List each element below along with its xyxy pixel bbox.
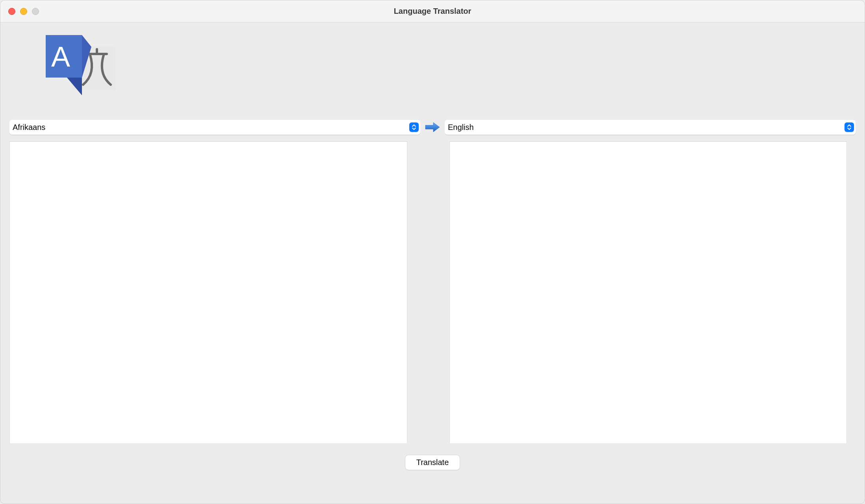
source-text-area[interactable]	[9, 141, 407, 444]
language-selectors-row: Afrikaans	[8, 119, 857, 135]
minimize-button[interactable]	[20, 8, 27, 15]
direction-arrow-icon	[424, 121, 441, 133]
svg-marker-4	[67, 78, 82, 95]
target-text-wrap	[449, 141, 856, 444]
app-window: Language Translator	[0, 0, 865, 504]
app-icon-container: A	[8, 34, 857, 104]
translate-button[interactable]: Translate	[405, 455, 460, 470]
window-title: Language Translator	[394, 7, 471, 16]
target-text-area[interactable]	[449, 141, 847, 444]
svg-text:A: A	[51, 41, 70, 72]
svg-marker-7	[425, 122, 440, 132]
text-areas-row	[8, 141, 857, 444]
chevron-up-down-icon	[409, 122, 419, 132]
source-language-label: Afrikaans	[13, 123, 409, 132]
close-button[interactable]	[8, 8, 15, 15]
source-language-select[interactable]: Afrikaans	[9, 119, 420, 135]
titlebar: Language Translator	[0, 0, 865, 22]
content-area: A Afrikaans	[0, 22, 865, 504]
target-language-label: English	[448, 123, 845, 132]
traffic-lights	[0, 8, 39, 15]
source-text-wrap	[9, 141, 416, 444]
source-scrollbar[interactable]	[407, 141, 416, 444]
button-row: Translate	[8, 455, 857, 478]
target-scrollbar[interactable]	[847, 141, 856, 444]
target-language-select[interactable]: English	[445, 119, 856, 135]
chevron-up-down-icon	[845, 122, 854, 132]
translate-app-icon: A	[46, 34, 116, 104]
zoom-button	[32, 8, 39, 15]
